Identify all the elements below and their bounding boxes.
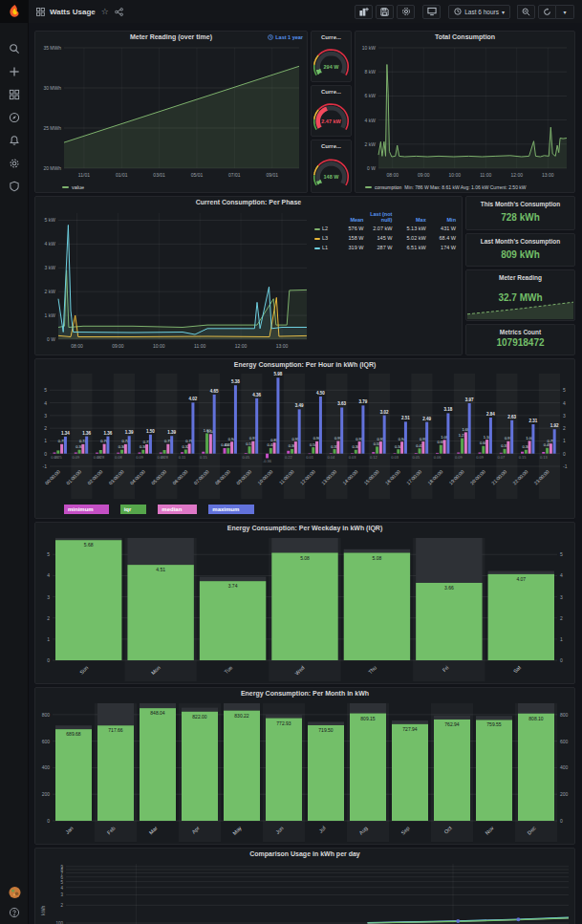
grafana-logo[interactable]: [0, 0, 29, 23]
search-icon[interactable]: [9, 42, 21, 54]
svg-text:0.15: 0.15: [519, 455, 528, 460]
panel-time-override[interactable]: Last 1 year: [268, 34, 303, 40]
svg-text:200: 200: [560, 791, 569, 797]
svg-text:4 kW: 4 kW: [365, 118, 377, 123]
panel-per-month: Energy Consumption: Per Month in kWh 002…: [34, 687, 575, 845]
total-consumption-chart[interactable]: 08:0009:0010:0011:0012:0013:000 W2 kW4 k…: [357, 43, 572, 180]
explore-compass-icon[interactable]: [9, 111, 21, 123]
svg-text:5.98: 5.98: [274, 372, 283, 376]
refresh-interval-button[interactable]: ▾: [556, 5, 574, 19]
panel-title[interactable]: Energy Consumption: Per Hour in kWh (IQR…: [35, 359, 574, 371]
svg-text:294 W: 294 W: [324, 64, 340, 70]
save-dashboard-button[interactable]: [376, 5, 394, 19]
zoom-out-button[interactable]: [517, 5, 535, 19]
panel-title[interactable]: Current Consumption: Per Phase: [35, 197, 462, 208]
legend-series-row[interactable]: L3158 W145 W5.02 kW68.4 W: [313, 233, 458, 243]
legend-series-row[interactable]: L1319 W287 W6.51 kW174 W: [313, 243, 458, 252]
svg-text:07/01: 07/01: [228, 172, 241, 178]
time-range-picker[interactable]: Last 6 hours ▾: [448, 5, 510, 19]
svg-text:0.28: 0.28: [161, 455, 169, 460]
svg-text:0: 0: [47, 818, 50, 824]
current-gauge-1[interactable]: 294 W: [313, 42, 349, 79]
cycle-view-button[interactable]: [422, 5, 441, 19]
comparison-chart[interactable]: kWh98765432100: [37, 860, 572, 924]
current-gauge-2[interactable]: 2.47 kW: [313, 97, 349, 134]
navbar: Watts Usage ☆ Last 6 hours ▾: [29, 0, 582, 23]
svg-text:3: 3: [44, 413, 47, 419]
svg-text:Thu: Thu: [367, 664, 377, 675]
stat-title[interactable]: Metrics Count: [466, 325, 574, 335]
svg-text:6 kW: 6 kW: [365, 93, 377, 98]
refresh-button[interactable]: [538, 5, 556, 19]
panel-title[interactable]: Total Consumption: [356, 32, 574, 43]
svg-text:8 kW: 8 kW: [365, 69, 377, 75]
alerting-bell-icon[interactable]: [9, 134, 21, 146]
svg-text:0.09: 0.09: [136, 455, 144, 460]
help-icon[interactable]: [9, 906, 21, 918]
svg-text:3.63: 3.63: [337, 401, 346, 406]
per-phase-legend-table[interactable]: MeanLast (not null)MaxMinL2576 W2.07 kW5…: [313, 210, 458, 252]
create-add-icon[interactable]: [9, 65, 21, 77]
svg-text:3.02: 3.02: [380, 410, 389, 415]
per-weekday-chart[interactable]: 0011223344555.68Sun4.51Mon3.74Tue5.08Wed…: [37, 534, 572, 681]
meter-legend[interactable]: value: [62, 184, 84, 190]
svg-text:1.36: 1.36: [104, 431, 113, 436]
legend-column-header[interactable]: Last (not null): [365, 210, 394, 224]
svg-text:25 MWh: 25 MWh: [43, 125, 61, 131]
svg-text:400: 400: [42, 764, 51, 770]
per-hour-chart[interactable]: -1-10011223344550.090.250.751.3400:00:00…: [37, 371, 572, 499]
svg-text:2.51: 2.51: [401, 416, 410, 420]
svg-text:0.09: 0.09: [455, 455, 463, 460]
legend-series-row[interactable]: L2576 W2.07 kW5.13 kW431 W: [313, 224, 458, 233]
add-panel-button[interactable]: [355, 5, 373, 19]
svg-text:11:00: 11:00: [480, 172, 491, 178]
svg-text:0: 0: [560, 657, 563, 663]
legend-item-median[interactable]: median: [158, 505, 197, 514]
svg-text:0.03: 0.03: [349, 455, 357, 460]
current-gauge-3[interactable]: 148 W: [313, 151, 349, 190]
svg-text:0.22: 0.22: [285, 455, 293, 460]
dashboard-title[interactable]: Watts Usage: [50, 8, 96, 16]
svg-text:0.07: 0.07: [497, 455, 506, 460]
panel-title[interactable]: Comparison Usage in kWh per day: [35, 849, 574, 860]
total-legend[interactable]: consumption Min: 786 W Max: 8.61 kW Avg:…: [365, 184, 527, 190]
legend-column-header[interactable]: Min: [428, 210, 458, 224]
legend-series-dash: [314, 247, 320, 249]
per-phase-chart[interactable]: 08:0009:0010:0011:0012:0013:000 W1 kW2 k…: [37, 208, 313, 351]
per-month-chart[interactable]: 00200200400400600600800800689.68Jan717.6…: [37, 699, 572, 842]
svg-text:719.50: 719.50: [318, 727, 334, 733]
svg-text:11:00: 11:00: [194, 343, 205, 349]
svg-text:12:00: 12:00: [511, 172, 524, 178]
star-icon[interactable]: ☆: [101, 7, 109, 16]
svg-text:2: 2: [47, 615, 50, 621]
dashboard-settings-button[interactable]: [397, 5, 415, 19]
legend-column-header[interactable]: Max: [394, 210, 427, 224]
share-icon[interactable]: [115, 3, 123, 20]
svg-text:2.63: 2.63: [507, 415, 516, 419]
legend-column-header[interactable]: Mean: [337, 210, 365, 224]
legend-item-maximum[interactable]: maximum: [208, 505, 254, 514]
meter-reading-chart[interactable]: 11/0101/0103/0105/0107/0109/0120 MWh25 M…: [37, 43, 305, 180]
svg-text:800: 800: [560, 712, 569, 718]
configuration-gear-icon[interactable]: [9, 157, 21, 169]
panel-title[interactable]: Energy Consumption: Per Month in kWh: [35, 688, 574, 699]
panel-title[interactable]: Meter Reading (over time): [35, 32, 307, 43]
svg-text:1.36: 1.36: [82, 431, 91, 436]
stat-title[interactable]: This Month's Consumption: [466, 197, 574, 207]
svg-text:10:00: 10:00: [449, 172, 462, 178]
svg-text:11/01: 11/01: [78, 172, 90, 178]
legend-item-iqr[interactable]: iqr: [120, 505, 147, 514]
per-hour-legend[interactable]: minimumiqrmedianmaximum: [64, 505, 254, 514]
user-avatar[interactable]: [9, 886, 21, 898]
server-admin-shield-icon[interactable]: [9, 180, 21, 192]
stat-title[interactable]: Meter Reading: [466, 270, 574, 281]
svg-text:4: 4: [44, 400, 47, 406]
dashboard-grid-icon[interactable]: [36, 3, 45, 20]
stat-title[interactable]: Last Month's Consumption: [466, 234, 574, 245]
panel-title[interactable]: Energy Consumption: Per Weekday in kWh (…: [35, 523, 574, 534]
svg-text:2: 2: [44, 425, 47, 431]
legend-item-minimum[interactable]: minimum: [64, 505, 109, 514]
svg-text:1.34: 1.34: [61, 431, 70, 436]
dashboards-icon[interactable]: [9, 88, 21, 100]
svg-text:759.55: 759.55: [486, 721, 502, 727]
